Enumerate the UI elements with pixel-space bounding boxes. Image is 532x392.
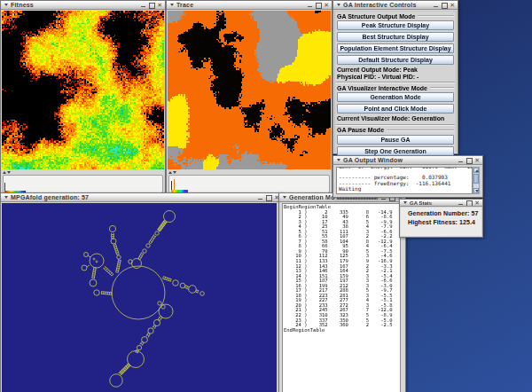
region-table-text: BeginRegionTable 1 ) 2 335 8 -14.9 2 ) 1… (284, 205, 400, 333)
maximize-icon[interactable] (442, 3, 447, 8)
window-buttons: ✕ (434, 3, 458, 8)
status-line: Physical PID: - Virtual PID: - (337, 74, 454, 81)
output-window-title: GA Output Window (343, 157, 403, 163)
triangle-down-icon (173, 171, 176, 174)
section-label: GA Pause Mode (337, 127, 384, 133)
close-icon[interactable]: ✕ (474, 158, 480, 163)
close-icon[interactable]: ✕ (474, 200, 480, 206)
output-scrollbar[interactable] (473, 167, 480, 194)
mpgafold-titlebar[interactable]: MPGAfold generation: 57 ✕ (1, 193, 282, 202)
rna-structure-canvas[interactable] (2, 203, 277, 392)
triangle-down-icon (7, 171, 11, 174)
window-buttons: ✕ (141, 3, 165, 8)
status-line: Current Output Mode: Peak (337, 67, 454, 74)
minimize-icon[interactable] (458, 200, 464, 206)
scroll-up-icon[interactable] (473, 168, 479, 173)
section-divider (336, 82, 455, 83)
maximize-icon[interactable] (466, 158, 472, 163)
shade-triangle-icon (337, 4, 340, 6)
maximize-icon[interactable] (316, 3, 321, 8)
shade-triangle-icon (283, 196, 286, 199)
shade-triangle-icon (403, 201, 407, 204)
maximize-icon[interactable] (266, 195, 271, 200)
output-text-area[interactable]: Gen: 57 Energy: min: -115.9 max: -10.7 a… (336, 167, 473, 194)
peak-structure-display-button[interactable]: Peak Structure Display (337, 20, 454, 30)
default-structure-display-button[interactable]: Default Structure Display (337, 55, 454, 65)
generation-mode-button[interactable]: Generation Mode (337, 92, 454, 102)
section-label-line (430, 87, 454, 89)
window-buttons: ✕ (308, 3, 332, 8)
minimize-icon[interactable] (458, 158, 464, 163)
trace-window-title: Trace (176, 2, 193, 8)
scrollbar-thumb[interactable] (473, 174, 479, 184)
triangle-up-icon (168, 171, 172, 174)
mpgafold-window: MPGAfold generation: 57 ✕ (0, 192, 283, 392)
section-label-line (387, 129, 454, 131)
fitness-splitter[interactable] (3, 171, 11, 174)
close-icon[interactable]: ✕ (450, 3, 455, 8)
shade-triangle-icon (337, 159, 340, 161)
step-one-generation-button[interactable]: Step One Generation (337, 146, 454, 156)
fitness-window: Fitness ✕ (0, 0, 166, 195)
trace-titlebar[interactable]: Trace ✕ (167, 1, 332, 10)
controls-titlebar[interactable]: GA Interactive Controls ✕ (333, 1, 458, 10)
maximize-icon[interactable] (149, 3, 154, 8)
section-label-line (418, 15, 454, 17)
controls-panel: GA Structure Output ModePeak Structure D… (334, 11, 457, 153)
population-element-structure-display-button[interactable]: Population Element Structure Display (337, 43, 454, 53)
triangle-up-icon (3, 171, 6, 174)
shade-triangle-icon (170, 4, 174, 6)
highest-fitness-label: Highest Fitness: 125.4 (408, 219, 481, 225)
output-text: Gen: 57 Energy: min: -115.9 max: -10.7 a… (339, 167, 472, 192)
close-icon[interactable]: ✕ (324, 3, 329, 8)
shade-triangle-icon (4, 196, 8, 199)
shade-triangle-icon (4, 4, 8, 6)
controls-window-title: GA Interactive Controls (343, 2, 417, 8)
monitor-window-title: Generation Mo (289, 194, 335, 200)
scroll-down-icon[interactable] (473, 188, 479, 193)
fitness-window-title: Fitness (11, 2, 34, 8)
trace-heatmap[interactable] (168, 11, 331, 169)
ga-output-window: GA Output Window ✕ Gen: 57 Energy: min: … (332, 155, 483, 198)
section-divider (336, 124, 455, 126)
section-label: GA Visualizer Interactive Mode (337, 84, 427, 90)
trace-colorbar (171, 179, 194, 193)
point-and-click-mode-button[interactable]: Point and Click Mode (337, 104, 454, 114)
maximize-icon[interactable] (466, 200, 472, 206)
section-label: GA Structure Output Mode (337, 12, 415, 19)
stats-window-title: GA Stats (410, 200, 432, 205)
fitness-heatmap[interactable] (2, 11, 164, 169)
generation-number-label: Generation Number: 57 (408, 210, 481, 216)
best-structure-display-button[interactable]: Best Structure Display (337, 32, 454, 42)
minimize-icon[interactable] (434, 3, 439, 8)
trace-splitter[interactable] (168, 171, 176, 174)
minimize-icon[interactable] (308, 3, 313, 8)
generation-monitor-window: Generation Mo ✕ BeginRegionTable 1 ) 2 3… (278, 192, 406, 392)
stats-titlebar[interactable]: GA Stats ✕ (400, 200, 482, 207)
output-titlebar[interactable]: GA Output Window ✕ (333, 156, 482, 165)
mpgafold-window-title: MPGAfold generation: 57 (11, 194, 89, 200)
minimize-icon[interactable] (258, 195, 263, 200)
stats-body: Generation Number: 57 Highest Fitness: 1… (401, 208, 481, 236)
window-buttons: ✕ (458, 200, 482, 206)
pause-ga-button[interactable]: Pause GA (337, 135, 454, 145)
ga-stats-window: GA Stats ✕ Generation Number: 57 Highest… (399, 199, 483, 238)
close-icon[interactable]: ✕ (157, 3, 162, 8)
region-table-area[interactable]: BeginRegionTable 1 ) 2 335 8 -14.9 2 ) 1… (282, 203, 401, 392)
trace-window: Trace ✕ (166, 0, 332, 195)
fitness-titlebar[interactable]: Fitness ✕ (1, 1, 165, 10)
status-line: Current Visualizer Mode: Generation (337, 115, 454, 122)
ga-interactive-controls-window: GA Interactive Controls ✕ GA Structure O… (332, 0, 458, 154)
window-buttons: ✕ (458, 158, 482, 163)
minimize-icon[interactable] (141, 3, 146, 8)
